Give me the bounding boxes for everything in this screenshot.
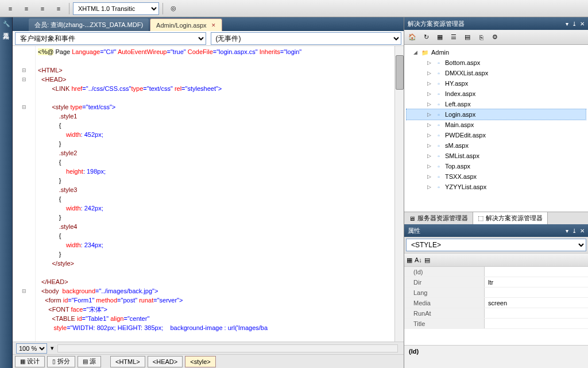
folder-icon: 📁 bbox=[420, 48, 430, 56]
indent-right-btn[interactable]: ≡ bbox=[20, 2, 33, 15]
event-select[interactable]: (无事件) bbox=[211, 32, 402, 45]
file-hy-aspx[interactable]: ▷▫HY.aspx bbox=[407, 78, 586, 89]
object-select[interactable]: 客户端对象和事件 bbox=[15, 32, 206, 45]
prop-row-runat[interactable]: RunAt bbox=[404, 308, 588, 319]
expand-icon[interactable]: ▷ bbox=[427, 143, 434, 148]
categorized-icon[interactable]: ▦ bbox=[407, 256, 412, 264]
prop-row-id[interactable]: (Id) bbox=[404, 267, 588, 277]
path-head[interactable]: <HEAD> bbox=[148, 356, 183, 367]
expand-icon[interactable]: ▷ bbox=[427, 60, 434, 66]
toolbox-strip[interactable]: 🔧 工具箱 bbox=[0, 17, 13, 368]
design-tab[interactable]: ▦设计 bbox=[15, 356, 45, 367]
collapse-icon: ◢ bbox=[413, 49, 420, 55]
alphabetical-icon[interactable]: A↓ bbox=[415, 256, 422, 263]
indent-btn[interactable]: ≡ bbox=[52, 2, 65, 15]
code-area[interactable]: <%@ Page Language="C#" AutoEventWireup="… bbox=[36, 46, 404, 342]
expand-icon[interactable]: ▷ bbox=[427, 184, 434, 190]
expand-icon[interactable]: ▷ bbox=[427, 174, 434, 179]
editor-status-bar: 100 % ▾ bbox=[13, 342, 404, 354]
document-tabs: 会员: 查询(zhang-...ZXTS_DATA.MDF) Admin/Log… bbox=[13, 17, 404, 31]
outdent-btn[interactable]: ≡ bbox=[36, 2, 49, 15]
path-style[interactable]: <style> bbox=[185, 356, 215, 367]
indent-left-btn[interactable]: ≡ bbox=[3, 2, 17, 15]
aspx-file-icon: ▫ bbox=[434, 172, 443, 181]
prop-row-lang[interactable]: Lang bbox=[404, 288, 588, 298]
file-tsxx-aspx[interactable]: ▷▫TSXX.aspx bbox=[407, 171, 586, 182]
server-explorer-tab[interactable]: 🖥服务器资源管理器 bbox=[404, 212, 473, 224]
outline-gutter[interactable]: ⊟ ⊟ ⊟ ⊟ bbox=[13, 46, 36, 342]
view-code-icon[interactable]: ▤ bbox=[462, 32, 473, 43]
file-sm-aspx[interactable]: ▷▫sM.aspx bbox=[407, 140, 586, 151]
aspx-file-icon: ▫ bbox=[434, 110, 443, 118]
source-tab[interactable]: ▤源 bbox=[78, 356, 101, 367]
props-grid[interactable]: (Id)DirltrLangMediascreenRunAtTitle bbox=[404, 267, 588, 345]
dropdown-icon[interactable]: ▾ bbox=[566, 21, 568, 27]
expand-icon[interactable]: ▷ bbox=[427, 80, 434, 86]
expand-icon[interactable]: ▷ bbox=[427, 91, 434, 97]
dropdown-icon[interactable]: ▾ bbox=[566, 228, 568, 234]
fold-icon[interactable]: ⊟ bbox=[13, 286, 35, 296]
server-icon: 🖥 bbox=[409, 215, 415, 222]
prop-row-media[interactable]: Mediascreen bbox=[404, 298, 588, 308]
vertical-scrollbar[interactable] bbox=[394, 46, 404, 342]
pin-icon[interactable]: ⤓ bbox=[572, 21, 577, 27]
solution-toolbar: 🏠 ↻ ▦ ☰ ▤ ⎘ ⚙ bbox=[404, 30, 588, 45]
expand-icon[interactable]: ▷ bbox=[427, 101, 434, 107]
close-tab-icon[interactable]: ✕ bbox=[211, 22, 216, 28]
h-scrollbar[interactable] bbox=[57, 344, 398, 352]
expand-icon[interactable]: ▷ bbox=[427, 153, 434, 159]
props-description: (Id) bbox=[404, 345, 588, 368]
aspx-file-icon: ▫ bbox=[434, 100, 443, 108]
tab-member-query[interactable]: 会员: 查询(zhang-...ZXTS_DATA.MDF) bbox=[29, 18, 149, 31]
file-main-aspx[interactable]: ▷▫Main.aspx bbox=[407, 120, 586, 130]
tab-admin-login[interactable]: Admin/Login.aspx✕ bbox=[150, 18, 222, 31]
aspx-file-icon: ▫ bbox=[434, 162, 443, 170]
file-top-aspx[interactable]: ▷▫Top.aspx bbox=[407, 161, 586, 171]
file-dmxxlist-aspx[interactable]: ▷▫DMXXList.aspx bbox=[407, 68, 586, 78]
prop-row-dir[interactable]: Dirltr bbox=[404, 277, 588, 288]
folder-admin[interactable]: ◢ 📁 Admin bbox=[407, 47, 586, 57]
pin-icon[interactable]: ⤓ bbox=[572, 228, 577, 234]
solution-tree[interactable]: ◢ 📁 Admin ▷▫Bottom.aspx▷▫DMXXList.aspx▷▫… bbox=[404, 45, 588, 212]
fold-icon[interactable]: ⊟ bbox=[13, 75, 35, 84]
properties-icon[interactable]: ☰ bbox=[448, 32, 459, 43]
code-editor[interactable]: ⊟ ⊟ ⊟ ⊟ <%@ Page Language="C#" AutoEvent… bbox=[13, 46, 404, 342]
properties-header: 属性 ▾ ⤓ ✕ bbox=[404, 224, 588, 237]
close-icon[interactable]: ✕ bbox=[580, 21, 585, 27]
doctype-select[interactable]: XHTML 1.0 Transitic bbox=[73, 2, 159, 15]
file-login-aspx[interactable]: ▷▫Login.aspx bbox=[407, 109, 586, 120]
source-icon: ▤ bbox=[83, 358, 88, 365]
expand-icon[interactable]: ▷ bbox=[427, 122, 434, 128]
path-html[interactable]: <HTML> bbox=[110, 356, 145, 367]
fold-icon[interactable]: ⊟ bbox=[13, 102, 35, 112]
copy-icon[interactable]: ⎘ bbox=[475, 32, 487, 43]
file-left-aspx[interactable]: ▷▫Left.aspx bbox=[407, 99, 586, 109]
zoom-select[interactable]: 100 % bbox=[16, 343, 47, 354]
prop-row-title[interactable]: Title bbox=[404, 319, 588, 329]
aspx-file-icon: ▫ bbox=[434, 141, 443, 150]
aspx-file-icon: ▫ bbox=[434, 59, 443, 67]
props-page-icon[interactable]: ▤ bbox=[424, 256, 430, 264]
refresh-icon[interactable]: ↻ bbox=[420, 32, 432, 43]
expand-icon[interactable]: ▷ bbox=[427, 112, 434, 117]
props-element-select[interactable]: <STYLE> bbox=[406, 239, 586, 251]
file-index-aspx[interactable]: ▷▫Index.aspx bbox=[407, 89, 586, 99]
config-icon[interactable]: ⚙ bbox=[489, 32, 501, 43]
file-smlist-aspx[interactable]: ▷▫SMList.aspx bbox=[407, 151, 586, 161]
validate-btn[interactable]: ◎ bbox=[167, 2, 180, 15]
close-icon[interactable]: ✕ bbox=[580, 228, 585, 234]
split-tab[interactable]: ▯拆分 bbox=[47, 356, 75, 367]
expand-icon[interactable]: ▷ bbox=[427, 132, 434, 138]
expand-icon[interactable]: ▷ bbox=[427, 163, 434, 169]
file-pwdedit-aspx[interactable]: ▷▫PWDEdit.aspx bbox=[407, 130, 586, 140]
home-icon[interactable]: 🏠 bbox=[407, 32, 418, 43]
fold-icon[interactable]: ⊟ bbox=[13, 66, 35, 75]
show-all-icon[interactable]: ▦ bbox=[434, 32, 446, 43]
scroll-thumb[interactable] bbox=[396, 55, 404, 90]
aspx-file-icon: ▫ bbox=[434, 183, 443, 191]
file-bottom-aspx[interactable]: ▷▫Bottom.aspx bbox=[407, 57, 586, 68]
solution-explorer-tab[interactable]: ⬚解决方案资源管理器 bbox=[473, 212, 548, 224]
file-yzyylist-aspx[interactable]: ▷▫YZYYList.aspx bbox=[407, 182, 586, 192]
expand-icon[interactable]: ▷ bbox=[427, 70, 434, 76]
main-toolbar: ≡ ≡ ≡ ≡ XHTML 1.0 Transitic ◎ bbox=[0, 0, 588, 17]
